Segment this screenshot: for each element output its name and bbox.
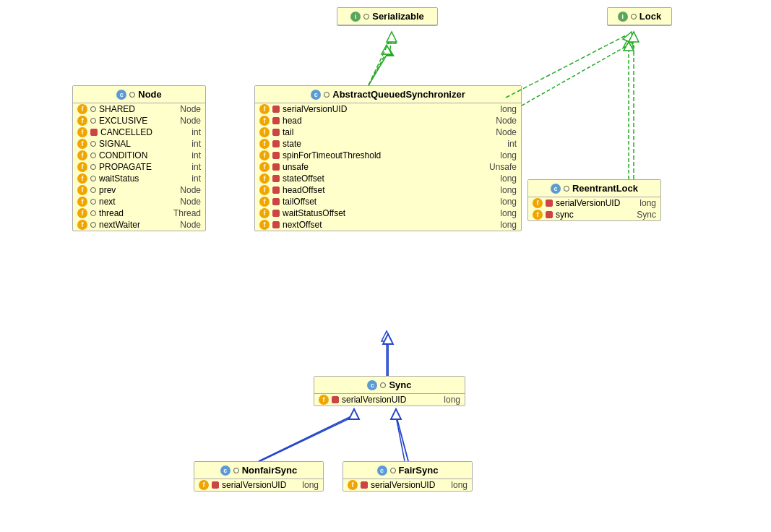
svg-marker-7 (624, 38, 634, 47)
reentrantlock-box: c ReentrantLock f serialVersionUID long … (527, 179, 661, 221)
sync-class-icon: c (367, 380, 377, 390)
table-row: f unsafe Unsafe (255, 161, 521, 173)
nfs-class-icon: c (220, 466, 231, 476)
field-icon: f (259, 139, 270, 149)
lock-vis-icon (272, 175, 280, 182)
svg-line-26 (396, 415, 408, 461)
reentrantlock-fields: f serialVersionUID long f sync Sync (528, 197, 660, 220)
svg-line-12 (260, 416, 354, 461)
table-row: f nextWaiter Node (73, 219, 205, 231)
fairsync-title: FairSync (399, 465, 439, 476)
field-icon: f (77, 185, 87, 195)
table-row: f serialVersionUID long (528, 197, 660, 209)
field-icon: f (77, 127, 87, 137)
field-icon: f (259, 116, 270, 126)
arrows-svg (0, 0, 771, 532)
reentrantlock-title: ReentrantLock (572, 183, 638, 194)
arrows-layer (0, 0, 771, 532)
field-icon: f (77, 104, 87, 114)
svg-marker-1 (386, 49, 395, 56)
table-row: f prev Node (73, 184, 205, 196)
field-icon: f (77, 162, 87, 172)
table-row: f CONDITION int (73, 150, 205, 161)
table-row: f waitStatusOffset long (255, 207, 521, 219)
diagram-container: i Serializable i Lock c Node f SHARED No… (0, 0, 771, 532)
lock-vis-icon (272, 106, 280, 113)
field-icon: f (259, 220, 270, 230)
node-header: c Node (73, 86, 205, 103)
sync-title: Sync (389, 379, 411, 390)
lock-vis-icon (272, 140, 280, 147)
svg-line-4 (369, 52, 387, 85)
fairsync-header: c FairSync (343, 462, 472, 479)
svg-marker-15 (391, 409, 401, 419)
table-row: f serialVersionUID long (255, 103, 521, 115)
field-icon: f (259, 162, 270, 172)
lock-vis-icon (272, 163, 280, 171)
field-icon: f (533, 198, 543, 208)
svg-marker-17 (387, 32, 397, 42)
nonfairsync-fields: f serialVersionUID long (194, 479, 323, 491)
field-icon: f (77, 150, 87, 160)
svg-line-6 (517, 45, 629, 108)
serializable-box: i Serializable (337, 7, 438, 26)
rl-dot (564, 186, 569, 192)
field-icon: f (259, 185, 270, 195)
lock-vis-icon (90, 129, 98, 136)
field-icon: f (533, 210, 543, 220)
lock-vis-icon (272, 117, 280, 124)
aqs-header: c AbstractQueuedSynchronizer (255, 86, 521, 103)
table-row: f headOffset long (255, 184, 521, 196)
sync-dot (380, 382, 386, 388)
vis-icon (90, 176, 96, 181)
aqs-class-icon: c (311, 90, 321, 100)
aqs-box: c AbstractQueuedSynchronizer f serialVer… (254, 85, 522, 231)
vis-icon (90, 222, 96, 228)
svg-line-2 (390, 36, 392, 49)
svg-marker-11 (382, 331, 392, 341)
field-icon: f (77, 197, 87, 207)
lock-vis-icon (272, 129, 280, 136)
table-row: f tailOffset long (255, 196, 521, 207)
lock-title: Lock (639, 11, 661, 22)
table-row: f thread Thread (73, 207, 205, 219)
nonfairsync-header: c NonfairSync (194, 462, 323, 479)
vis-icon (90, 199, 96, 205)
nonfairsync-title: NonfairSync (242, 465, 298, 476)
lock-vis-icon (546, 200, 553, 207)
node-class-icon: c (116, 90, 126, 100)
node-box: c Node f SHARED Node f EXCLUSIVE Node f … (72, 85, 206, 231)
field-icon: f (259, 104, 270, 114)
lock-vis-icon (212, 481, 219, 489)
table-row: f tail Node (255, 126, 521, 138)
field-icon: f (77, 173, 87, 184)
svg-marker-3 (387, 36, 396, 43)
field-icon: f (259, 127, 270, 137)
aqs-title: AbstractQueuedSynchronizer (332, 89, 465, 100)
lock-vis-icon (546, 211, 553, 218)
svg-marker-9 (624, 42, 634, 51)
vis-icon (90, 106, 96, 112)
interface-icon: i (350, 12, 361, 22)
svg-marker-21 (629, 32, 639, 42)
field-icon: f (259, 197, 270, 207)
table-row: f waitStatus int (73, 173, 205, 184)
table-row: f serialVersionUID long (314, 394, 465, 406)
fs-dot (390, 468, 396, 473)
field-icon: f (259, 173, 270, 184)
lock-vis-icon (272, 198, 280, 205)
sync-header: c Sync (314, 377, 465, 394)
table-row: f state int (255, 138, 521, 150)
lock-visibility-dot (631, 14, 637, 20)
field-icon: f (319, 395, 329, 405)
svg-marker-5 (382, 45, 392, 54)
lock-interface-icon: i (618, 12, 628, 22)
vis-icon (90, 164, 96, 170)
field-icon: f (259, 150, 270, 160)
sync-box: c Sync f serialVersionUID long (314, 376, 465, 406)
fairsync-fields: f serialVersionUID long (343, 479, 472, 491)
svg-line-16 (369, 36, 392, 85)
table-row: f nextOffset long (255, 219, 521, 231)
field-icon: f (77, 220, 87, 230)
visibility-dot (363, 14, 369, 20)
